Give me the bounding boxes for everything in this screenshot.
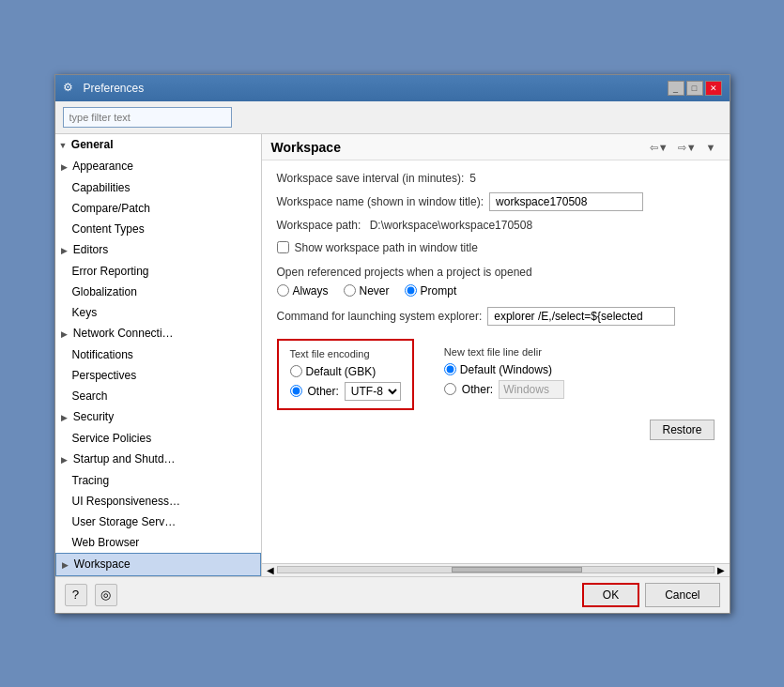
tree-item-keys[interactable]: Keys bbox=[55, 302, 261, 323]
arrow-icon: ▶ bbox=[61, 242, 70, 259]
newline-other-radio[interactable] bbox=[444, 383, 456, 395]
tree-label: User Storage Serv… bbox=[72, 515, 177, 528]
bottom-left: ? ◎ bbox=[65, 584, 117, 606]
encoding-default-radio[interactable] bbox=[290, 365, 302, 377]
tree-item-ui-responsiveness[interactable]: UI Responsiveness… bbox=[55, 491, 261, 511]
tree-item-startup[interactable]: ▶ Startup and Shutd… bbox=[55, 449, 261, 470]
scroll-thumb[interactable] bbox=[452, 567, 582, 572]
window-body: ▼ General ▶ Appearance Capabilities Comp… bbox=[55, 101, 730, 613]
newline-other-label: Other: bbox=[462, 383, 493, 396]
tree-item-perspectives[interactable]: Perspectives bbox=[55, 365, 261, 386]
tree-label: Appearance bbox=[72, 160, 133, 173]
tree-label: Perspectives bbox=[72, 369, 137, 382]
arrow-icon: ▶ bbox=[61, 409, 70, 426]
tree-item-capabilities[interactable]: Capabilities bbox=[55, 177, 261, 198]
tree-label: Notifications bbox=[72, 348, 133, 361]
tree-item-appearance[interactable]: ▶ Appearance bbox=[55, 156, 261, 177]
newline-default-radio[interactable] bbox=[444, 363, 456, 375]
radio-never[interactable] bbox=[344, 284, 356, 297]
tree-item-service-policies[interactable]: Service Policies bbox=[55, 428, 261, 449]
newline-value-input[interactable] bbox=[499, 380, 564, 399]
tree-label: Workspace bbox=[74, 557, 131, 571]
radio-never-item: Never bbox=[344, 284, 390, 298]
content-title: Workspace bbox=[271, 140, 341, 155]
back-button[interactable]: ⇦▼ bbox=[646, 140, 672, 156]
tree-label: Editors bbox=[73, 243, 108, 256]
tree-item-content-types[interactable]: Content Types bbox=[55, 219, 261, 239]
newline-default-label: Default (Windows) bbox=[460, 363, 552, 376]
arrow-icon: ▶ bbox=[61, 326, 70, 343]
nav-buttons: ⇦▼ ⇨▼ ▼ bbox=[646, 140, 720, 156]
radio-prompt-item: Prompt bbox=[405, 284, 457, 298]
tree-item-security[interactable]: ▶ Security bbox=[55, 406, 261, 428]
save-interval-value: 5 bbox=[469, 172, 476, 185]
encoding-select[interactable]: UTF-8 bbox=[345, 382, 401, 401]
ok-button[interactable]: OK bbox=[582, 583, 639, 607]
window-controls: _ □ ✕ bbox=[668, 81, 722, 96]
newline-default-item: Default (Windows) bbox=[444, 363, 564, 376]
tree-label: Keys bbox=[72, 306, 98, 319]
arrow-icon: ▶ bbox=[61, 159, 70, 176]
tree-item-tracing[interactable]: Tracing bbox=[55, 470, 261, 491]
filter-bar bbox=[55, 101, 730, 134]
tree-item-web-browser[interactable]: Web Browser bbox=[55, 532, 261, 553]
arrow-icon: ▼ bbox=[59, 137, 69, 154]
tree-item-globalization[interactable]: Globalization bbox=[55, 282, 261, 302]
newline-other-row: Other: bbox=[444, 380, 564, 399]
open-projects-label: Open referenced projects when a project … bbox=[277, 266, 715, 279]
scroll-left-btn[interactable]: ◀ bbox=[264, 565, 277, 575]
horizontal-scrollbar[interactable]: ◀ ▶ bbox=[262, 563, 730, 576]
tree-label: Network Connecti… bbox=[73, 327, 174, 340]
window-title: Preferences bbox=[84, 82, 145, 95]
info-button[interactable]: ◎ bbox=[95, 584, 117, 606]
tree-label: General bbox=[71, 138, 114, 151]
cmd-row: Command for launching system explorer: bbox=[277, 307, 715, 326]
cmd-input[interactable] bbox=[487, 307, 675, 326]
tree-label: Startup and Shutd… bbox=[73, 452, 176, 466]
tree-item-workspace[interactable]: ▶ Workspace bbox=[55, 553, 261, 576]
tree-label: UI Responsiveness… bbox=[72, 495, 180, 508]
radio-always[interactable] bbox=[277, 284, 289, 297]
cmd-label: Command for launching system explorer: bbox=[277, 310, 483, 323]
scroll-right-btn[interactable]: ▶ bbox=[715, 565, 728, 575]
restore-button[interactable]: Restore bbox=[650, 420, 714, 440]
tree-item-network[interactable]: ▶ Network Connecti… bbox=[55, 323, 261, 344]
maximize-button[interactable]: □ bbox=[686, 81, 703, 96]
workspace-path-row: Workspace path: D:\workspace\workspace17… bbox=[277, 219, 715, 232]
tree-item-error-reporting[interactable]: Error Reporting bbox=[55, 261, 261, 282]
bottom-bar: ? ◎ OK Cancel bbox=[55, 576, 730, 613]
text-encoding-box: Text file encoding Default (GBK) Other: bbox=[277, 339, 414, 410]
tree-label: Error Reporting bbox=[72, 265, 149, 278]
tree-label: Capabilities bbox=[72, 181, 131, 194]
show-path-checkbox[interactable] bbox=[277, 241, 289, 253]
cancel-button[interactable]: Cancel bbox=[645, 583, 719, 607]
tree-item-editors[interactable]: ▶ Editors bbox=[55, 239, 261, 261]
minimize-button[interactable]: _ bbox=[668, 81, 684, 96]
encoding-other-radio[interactable] bbox=[290, 385, 302, 397]
tree-item-notifications[interactable]: Notifications bbox=[55, 344, 261, 365]
bottom-right: OK Cancel bbox=[582, 583, 720, 607]
tree-label: Globalization bbox=[72, 285, 137, 298]
radio-never-label: Never bbox=[360, 284, 390, 298]
workspace-path-value: D:\workspace\workspace170508 bbox=[370, 219, 532, 232]
close-button[interactable]: ✕ bbox=[705, 81, 722, 96]
radio-prompt-label: Prompt bbox=[421, 284, 457, 298]
tree-item-general[interactable]: ▼ General bbox=[55, 134, 261, 156]
forward-button[interactable]: ⇨▼ bbox=[674, 140, 700, 156]
help-button[interactable]: ? bbox=[65, 584, 87, 606]
tree-label: Tracing bbox=[72, 474, 110, 487]
preferences-window: ⚙ Preferences _ □ ✕ ▼ General ▶ Ap bbox=[54, 74, 730, 614]
view-menu-button[interactable]: ▼ bbox=[702, 140, 720, 155]
tree-label: Search bbox=[72, 389, 108, 403]
newline-radio-group: Default (Windows) Other: bbox=[444, 363, 564, 399]
radio-prompt[interactable] bbox=[405, 284, 417, 297]
scroll-track[interactable] bbox=[277, 566, 715, 573]
tree-item-search[interactable]: Search bbox=[55, 386, 261, 406]
save-interval-label: Workspace save interval (in minutes): bbox=[277, 172, 465, 185]
tree-label: Service Policies bbox=[72, 432, 152, 445]
filter-input[interactable] bbox=[63, 107, 232, 128]
tree-item-compare-patch[interactable]: Compare/Patch bbox=[55, 198, 261, 219]
encoding-section: Text file encoding Default (GBK) Other: bbox=[277, 339, 715, 410]
workspace-name-input[interactable] bbox=[489, 192, 643, 211]
tree-item-user-storage[interactable]: User Storage Serv… bbox=[55, 511, 261, 532]
